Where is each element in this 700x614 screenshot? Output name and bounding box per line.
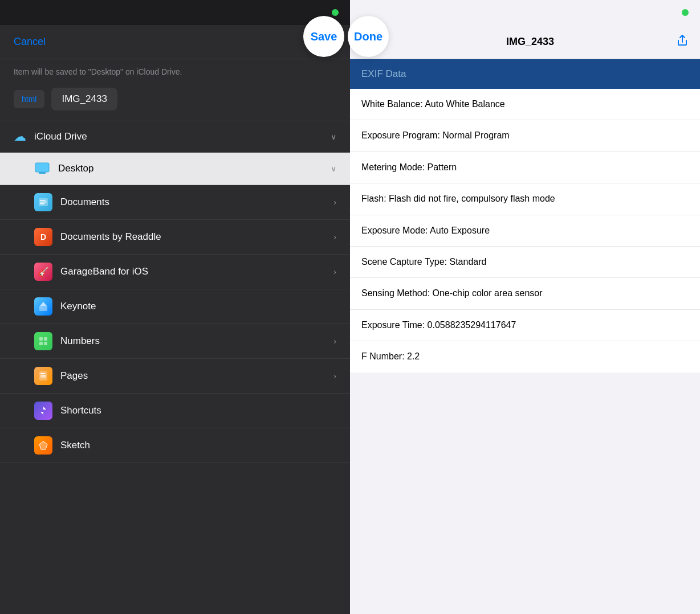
svg-rect-11 [39,342,43,345]
icloud-drive-label: iCloud Drive [34,131,331,142]
done-label: Done [354,30,382,43]
svg-rect-5 [40,202,47,203]
svg-rect-7 [39,306,47,311]
desktop-icon [34,161,50,177]
share-button[interactable] [676,34,689,50]
icloud-drive-row[interactable]: ☁ iCloud Drive ∨ [0,121,350,153]
svg-rect-16 [40,376,46,378]
garageband-row[interactable]: 🎸 GarageBand for iOS › [0,255,350,289]
status-indicator-left [332,9,339,16]
numbers-chevron-icon: › [333,337,336,346]
sketch-row[interactable]: Sketch [0,428,350,463]
exif-row-exposure-time: Exposure Time: 0.0588235294117647 [350,310,700,341]
documents-readdle-label: Documents by Readdle [60,231,333,243]
keynote-label: Keynote [60,301,336,312]
exif-row-f-number: F Number: 2.2 [350,341,700,372]
svg-rect-1 [35,163,49,172]
svg-rect-15 [40,375,46,376]
svg-marker-17 [39,441,47,449]
shortcuts-row[interactable]: Shortcuts [0,394,350,428]
exif-header: EXIF Data [350,59,700,89]
file-preview: html IMG_2433 [0,82,350,121]
keynote-icon [34,297,52,316]
numbers-icon [34,332,52,350]
desktop-chevron-icon: ∨ [331,164,336,173]
shortcuts-icon [34,402,52,420]
documents-label: Documents [60,197,333,208]
svg-rect-9 [39,337,43,341]
cloud-icon: ☁ [14,129,26,144]
save-circle[interactable]: Save [303,16,344,57]
pages-icon [34,367,52,385]
numbers-row[interactable]: Numbers › [0,324,350,359]
shortcuts-label: Shortcuts [60,405,336,416]
done-circle[interactable]: Done [348,16,389,57]
pages-label: Pages [60,370,333,382]
right-header: Done IMG_2433 [350,25,700,59]
exif-row-flash: Flash: Flash did not fire, compulsory fl… [350,183,700,215]
documents-icon [34,193,52,211]
right-panel: Done IMG_2433 EXIF Data White Balance: A… [350,0,700,614]
numbers-label: Numbers [60,335,333,347]
file-type-thumb: html [14,90,44,108]
desktop-label: Desktop [58,163,331,174]
svg-rect-6 [40,203,44,204]
svg-rect-2 [39,172,46,174]
exif-row-exposure-program: Exposure Program: Normal Program [350,120,700,152]
documents-row[interactable]: Documents › [0,185,350,220]
svg-rect-12 [44,342,47,345]
save-subtitle: Item will be saved to "Desktop" on iClou… [0,59,350,82]
left-header: Cancel + Save [0,25,350,59]
location-list: ☁ iCloud Drive ∨ Desktop ∨ [0,121,350,614]
sketch-icon [34,436,52,455]
svg-rect-14 [40,373,45,374]
file-name-tag: IMG_2433 [51,88,117,110]
garageband-chevron-icon: › [333,267,336,276]
sketch-label: Sketch [60,440,336,451]
right-title: IMG_2433 [361,36,676,48]
exif-row-white-balance: White Balance: Auto White Balance [350,89,700,120]
cancel-button[interactable]: Cancel [14,36,46,48]
documents-readdle-chevron-icon: › [333,232,336,241]
svg-rect-4 [40,200,46,201]
left-status-bar [0,0,350,25]
exif-row-sensing-method: Sensing Method: One-chip color area sens… [350,278,700,309]
documents-readdle-icon: D [34,228,52,246]
documents-readdle-row[interactable]: D Documents by Readdle › [0,220,350,255]
svg-marker-8 [40,302,47,306]
pages-row[interactable]: Pages › [0,359,350,394]
exif-row-scene-capture: Scene Capture Type: Standard [350,247,700,278]
exif-list: EXIF Data White Balance: Auto White Bala… [350,59,700,614]
left-panel: Cancel + Save Item will be saved to "Des… [0,0,350,614]
garageband-label: GarageBand for iOS [60,266,333,277]
garageband-icon: 🎸 [34,263,52,281]
documents-chevron-icon: › [333,198,336,207]
keynote-row[interactable]: Keynote [0,289,350,324]
save-label: Save [311,30,337,43]
svg-rect-13 [39,371,47,380]
exif-row-metering-mode: Metering Mode: Pattern [350,152,700,183]
right-status-bar [350,0,700,25]
pages-chevron-icon: › [333,371,336,380]
desktop-row[interactable]: Desktop ∨ [0,153,350,185]
icloud-chevron-icon: ∨ [331,132,336,141]
svg-rect-10 [44,337,47,341]
status-indicator-right [682,9,689,16]
exif-row-exposure-mode: Exposure Mode: Auto Exposure [350,215,700,247]
